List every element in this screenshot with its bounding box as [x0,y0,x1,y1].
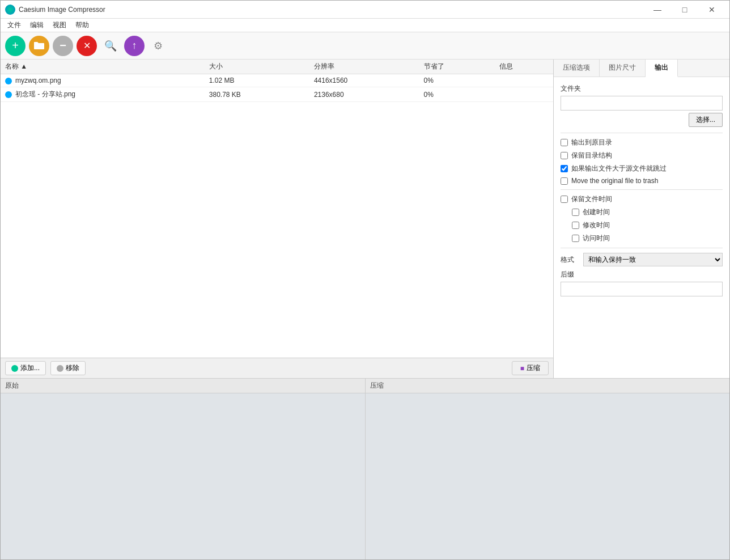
title-bar-controls: — □ ✕ [644,1,725,19]
output-checkbox-row: 保留目录结构 [561,151,723,160]
remove-dot [57,365,63,372]
output-checkbox-label-0: 输出到原目录 [571,138,612,147]
original-preview-header: 原始 [1,379,365,393]
file-name-cell: 初念瑶 - 分享站.png [1,87,205,102]
main-content: 名称 ▲ 大小 分辨率 节省了 信息 myzwq.om.png 1.02 MB … [1,60,729,378]
menu-bar: 文件 编辑 视图 帮助 [1,19,729,32]
file-name-cell: myzwq.om.png [1,74,205,87]
sub-time-checkbox-0[interactable] [572,209,579,216]
toolbar: + − ✕ 🔍 ↑ ⚙ [1,32,729,60]
tabs-row: 压缩选项 图片尺寸 输出 [554,60,729,77]
open-folder-button[interactable] [29,36,49,56]
format-group: 格式 和输入保持一致JPEGPNGWebP [561,253,723,266]
compress-label: 压缩 [527,363,540,373]
search-button[interactable]: 🔍 [100,36,121,56]
add-dot [11,365,18,372]
file-info-cell [495,74,553,87]
output-checkbox-label-1: 保留目录结构 [571,151,612,160]
keep-time-checkbox[interactable] [561,196,568,203]
original-preview-pane: 原始 [1,379,366,559]
remove-files-button[interactable]: 移除 [50,361,86,375]
sub-time-row: 访问时间 [572,234,723,243]
sub-time-checkbox-1[interactable] [572,222,579,229]
minimize-button[interactable]: — [644,1,670,19]
divider-3 [561,248,723,248]
tab-image-size[interactable]: 图片尺寸 [600,60,646,77]
file-resolution-cell: 2136x680 [309,87,419,102]
tab-compress-options[interactable]: 压缩选项 [554,60,600,77]
menu-help[interactable]: 帮助 [71,19,94,31]
add-button[interactable]: + [5,36,26,56]
select-folder-button[interactable]: 选择... [689,113,723,127]
sub-times: 创建时间 修改时间 访问时间 [561,207,723,243]
folder-label: 文件夹 [561,84,723,94]
col-size[interactable]: 大小 [205,60,309,74]
app-icon [5,5,15,15]
settings-panel: 压缩选项 图片尺寸 输出 文件夹 选择... [554,60,729,378]
output-checkbox-row: 输出到原目录 [561,138,723,147]
add-files-label: 添加... [20,363,40,373]
folder-group: 文件夹 选择... [561,84,723,111]
table-row[interactable]: myzwq.om.png 1.02 MB 4416x1560 0% [1,74,553,87]
compressed-preview-content [366,393,730,559]
col-info[interactable]: 信息 [495,60,553,74]
menu-edit[interactable]: 编辑 [26,19,48,31]
file-size-cell: 1.02 MB [205,74,309,87]
remove-button[interactable]: − [53,36,73,56]
output-checkbox-row: 如果输出文件大于源文件就跳过 [561,164,723,173]
suffix-input[interactable] [561,282,723,296]
maximize-button[interactable]: □ [672,1,698,19]
clear-button[interactable]: ✕ [77,36,97,56]
col-saved[interactable]: 节省了 [419,60,495,74]
menu-view[interactable]: 视图 [48,19,71,31]
add-files-button[interactable]: 添加... [5,361,46,375]
title-bar: Caesium Image Compressor — □ ✕ [1,1,729,19]
output-checkbox-0[interactable] [561,139,568,146]
col-name[interactable]: 名称 ▲ [1,60,205,74]
keep-time-row: 保留文件时间 [561,194,723,204]
output-checkbox-1[interactable] [561,152,568,159]
output-checkbox-row: Move the original file to trash [561,177,723,185]
main-window: Caesium Image Compressor — □ ✕ 文件 编辑 视图 … [0,0,730,560]
sub-time-row: 修改时间 [572,220,723,230]
sub-time-row: 创建时间 [572,207,723,217]
format-select[interactable]: 和输入保持一致JPEGPNGWebP [583,253,723,266]
file-panel-bottom: 添加... 移除 ■ 压缩 [1,358,553,378]
file-icon [5,91,12,98]
folder-input[interactable] [561,96,723,111]
settings-button[interactable]: ⚙ [148,36,168,56]
output-checkbox-2[interactable] [561,165,568,172]
table-row[interactable]: 初念瑶 - 分享站.png 380.78 KB 2136x680 0% [1,87,553,102]
output-checkbox-label-3: Move the original file to trash [571,177,658,185]
compress-button[interactable]: ■ 压缩 [512,361,549,375]
file-saved-cell: 0% [419,87,495,102]
upload-button[interactable]: ↑ [124,36,145,56]
keep-time-label: 保留文件时间 [571,194,612,204]
title-bar-left: Caesium Image Compressor [5,5,105,15]
compressed-preview-header: 压缩 [366,379,730,393]
sub-time-label-1: 修改时间 [583,220,610,230]
file-table: 名称 ▲ 大小 分辨率 节省了 信息 myzwq.om.png 1.02 MB … [1,60,553,358]
output-checkboxes: 输出到原目录 保留目录结构 如果输出文件大于源文件就跳过 Move the or… [561,138,723,185]
col-resolution[interactable]: 分辨率 [309,60,419,74]
divider-2 [561,189,723,190]
tab-output[interactable]: 输出 [646,60,678,77]
close-button[interactable]: ✕ [699,1,725,19]
output-checkbox-3[interactable] [561,177,568,185]
sub-time-label-2: 访问时间 [583,234,610,243]
preview-row: 原始 压缩 [1,379,729,559]
file-resolution-cell: 4416x1560 [309,74,419,87]
preview-area: 原始 压缩 [1,378,729,559]
file-saved-cell: 0% [419,74,495,87]
divider-1 [561,133,723,133]
remove-files-label: 移除 [66,363,79,373]
output-checkbox-label-2: 如果输出文件大于源文件就跳过 [571,164,667,173]
sub-time-label-0: 创建时间 [583,207,610,217]
window-title: Caesium Image Compressor [19,6,105,14]
file-size-cell: 380.78 KB [205,87,309,102]
suffix-label: 后缀 [561,270,723,279]
menu-file[interactable]: 文件 [3,19,26,31]
format-label: 格式 [561,255,579,265]
sub-time-checkbox-2[interactable] [572,235,579,242]
suffix-group: 后缀 [561,270,723,296]
